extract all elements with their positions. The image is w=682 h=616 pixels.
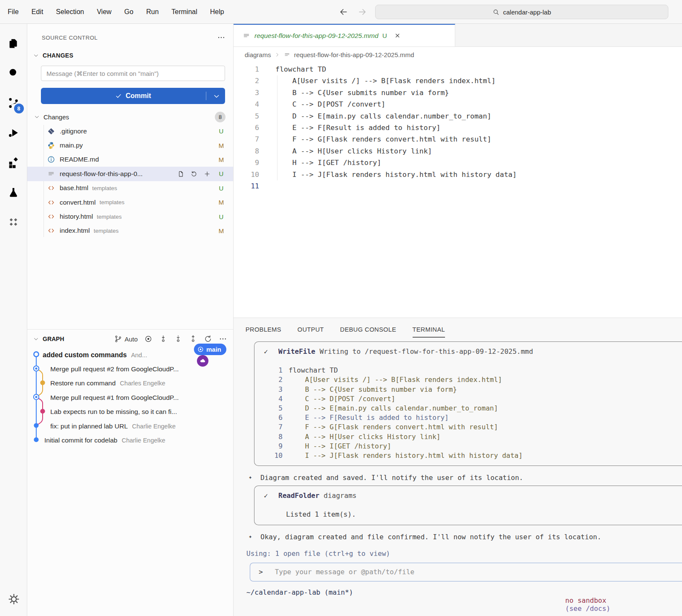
scm-file-history.html[interactable]: history.htmltemplatesU xyxy=(27,209,233,223)
terminal-line-text: F --> G[Flask renders convert.html with … xyxy=(289,422,498,432)
commit-row[interactable]: added custom commandsAnd...main xyxy=(27,348,233,362)
activity-testing-icon[interactable] xyxy=(3,177,24,207)
file-name: base.html xyxy=(60,184,88,192)
file-name: .gitignore xyxy=(60,127,87,135)
close-icon[interactable] xyxy=(394,32,401,39)
cwd-branch-status: ~/calendar-app-lab (main*) xyxy=(246,588,353,616)
scm-file-README.md[interactable]: README.mdM xyxy=(27,153,233,167)
graph-auto-toggle[interactable]: Auto xyxy=(114,335,138,343)
sparkle-icon: ✦ xyxy=(249,533,260,541)
file-folder: templates xyxy=(92,185,117,191)
menu-file[interactable]: File xyxy=(8,8,19,16)
menu-run[interactable]: Run xyxy=(146,8,159,16)
file-name: README.md xyxy=(60,156,99,163)
code-editor[interactable]: 1flowchart TD2 A[User visits /] --> B[Fl… xyxy=(234,62,682,318)
editor-tab[interactable]: request-flow-for-this-app-09-12-2025.mmd… xyxy=(234,24,455,46)
chevron-right-icon xyxy=(275,52,280,58)
menu-help[interactable]: Help xyxy=(210,8,224,16)
commit-row[interactable]: Merge pull request #1 from GoogleCloudP.… xyxy=(27,390,233,405)
more-actions-icon[interactable] xyxy=(217,33,225,42)
scm-file-.gitignore[interactable]: .gitignoreU xyxy=(27,124,233,138)
commit-row[interactable]: Initial commit for codelabCharlie Engelk… xyxy=(27,433,233,447)
commit-message: Merge pull request #1 from GoogleCloudP.… xyxy=(50,394,179,402)
settings-gear-icon[interactable] xyxy=(0,593,27,606)
menu-selection[interactable]: Selection xyxy=(56,8,84,16)
activity-source-control-icon[interactable]: 8 xyxy=(3,88,24,118)
open-file-icon[interactable] xyxy=(177,170,185,178)
more-actions-icon[interactable] xyxy=(219,335,227,343)
menu-terminal[interactable]: Terminal xyxy=(171,8,197,16)
line-number: 6 xyxy=(234,122,259,133)
activity-explorer-icon[interactable] xyxy=(3,28,24,58)
terminal-code-line: 1flowchart TD xyxy=(254,366,682,375)
pull-icon[interactable] xyxy=(174,335,182,343)
activity-run-debug-icon[interactable] xyxy=(3,118,24,147)
panel-tab-output[interactable]: OUTPUT xyxy=(298,326,324,338)
sparkle-icon: ✦ xyxy=(249,474,260,482)
terminal-code-line: 3 B --> C{User submits number via form} xyxy=(254,385,682,394)
commit-row[interactable]: Restore run commandCharles Engelke xyxy=(27,376,233,390)
scm-file-index.html[interactable]: index.htmltemplatesM xyxy=(27,224,233,238)
graph-toolbar: Auto xyxy=(114,335,227,343)
tab-git-status: U xyxy=(382,32,387,39)
commit-row[interactable]: fix: put in planned lab URLCharlie Engel… xyxy=(27,419,233,433)
git-status-U: U xyxy=(218,185,225,192)
refresh-icon[interactable] xyxy=(204,335,212,343)
agent-input-box[interactable]: > xyxy=(250,563,682,581)
back-arrow-icon[interactable] xyxy=(339,7,348,17)
scm-file-request-flow-for-this-app-0...[interactable]: request-flow-for-this-app-0...U xyxy=(27,167,233,181)
menu-go[interactable]: Go xyxy=(124,8,133,16)
changes-section-header[interactable]: CHANGES xyxy=(33,52,233,59)
bottom-panel: PROBLEMSOUTPUTDEBUG CONSOLETERMINAL ✓ Wr… xyxy=(234,318,682,616)
branch-main-badge[interactable]: main xyxy=(194,344,226,355)
scm-file-main.py[interactable]: main.pyM xyxy=(27,138,233,152)
chevron-down-icon xyxy=(33,53,39,58)
target-icon[interactable] xyxy=(144,335,153,343)
line-text: F --> G[Flask renders convert.html with … xyxy=(275,133,491,145)
sidebar-title: SOURCE CONTROL xyxy=(42,35,98,41)
scm-file-base.html[interactable]: base.htmltemplatesU xyxy=(27,181,233,195)
panel-tab-problems[interactable]: PROBLEMS xyxy=(246,326,281,338)
info-icon xyxy=(47,155,55,164)
activity-gemini-icon[interactable] xyxy=(3,207,24,237)
tool-result: Listed 1 item(s). xyxy=(254,510,682,519)
forward-arrow-icon[interactable] xyxy=(358,7,367,17)
panel-tab-debug-console[interactable]: DEBUG CONSOLE xyxy=(340,326,396,338)
push-icon[interactable] xyxy=(189,335,197,343)
scm-file-convert.html[interactable]: convert.htmltemplatesM xyxy=(27,195,233,209)
terminal-code-line: 5 D --> E[main.py calls calendar.number_… xyxy=(254,404,682,413)
line-number: 4 xyxy=(234,98,259,110)
breadcrumb[interactable]: diagrams request-flow-for-this-app-09-12… xyxy=(234,47,682,62)
activity-search-icon[interactable] xyxy=(3,58,24,88)
menu-view[interactable]: View xyxy=(97,8,111,16)
changes-group-header[interactable]: Changes 8 xyxy=(34,112,225,122)
panel-tab-terminal[interactable]: TERMINAL xyxy=(413,326,445,338)
commit-message-input[interactable] xyxy=(41,66,225,81)
agent-message-input[interactable] xyxy=(274,567,682,576)
tool-name: WriteFile xyxy=(278,347,315,356)
commit-row[interactable]: Lab expects run to be missing, so it can… xyxy=(27,405,233,419)
commit-author: Charlie Engelke xyxy=(121,437,165,444)
changes-group-label: Changes xyxy=(43,113,69,121)
terminal-line-number: 2 xyxy=(272,375,283,385)
changed-files-list: .gitignoreUmain.pyMREADME.mdMrequest-flo… xyxy=(27,124,233,238)
agent-message-text: Diagram created and saved. I'll notify t… xyxy=(260,474,523,482)
commit-author: And... xyxy=(131,352,147,359)
discard-icon[interactable] xyxy=(190,170,198,178)
editor-tab-strip: request-flow-for-this-app-09-12-2025.mmd… xyxy=(234,24,682,47)
html-icon xyxy=(47,198,55,207)
activity-extensions-icon[interactable] xyxy=(3,147,24,177)
code-line: 3 B --> C{User submits number via form} xyxy=(234,87,682,98)
commit-graph-list: added custom commandsAnd...mainMerge pul… xyxy=(27,348,233,450)
menu-edit[interactable]: Edit xyxy=(32,8,43,16)
line-text: H --> I[GET /history] xyxy=(275,157,381,168)
code-line: 9 H --> I[GET /history] xyxy=(234,157,682,168)
stage-icon[interactable] xyxy=(203,170,211,178)
command-center-search[interactable]: calendar-app-lab xyxy=(375,5,668,19)
commit-row[interactable]: Merge pull request #2 from GoogleCloudP.… xyxy=(27,362,233,376)
commit-dropdown-icon[interactable] xyxy=(213,93,220,100)
breadcrumb-filename[interactable]: request-flow-for-this-app-09-12-2025.mmd xyxy=(294,51,414,58)
commit-button[interactable]: Commit xyxy=(41,88,225,104)
fetch-icon[interactable] xyxy=(159,335,168,343)
breadcrumb-folder[interactable]: diagrams xyxy=(245,51,271,58)
